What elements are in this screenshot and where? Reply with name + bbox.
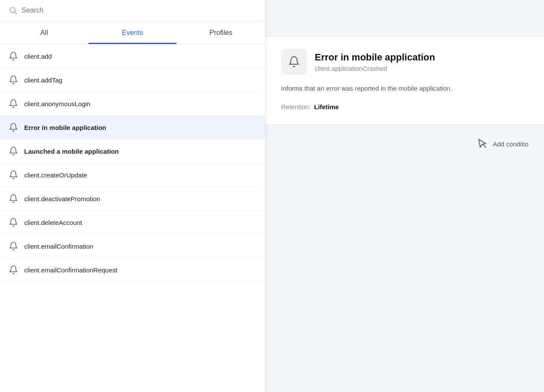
event-detail-card: Error in mobile application client.appli… xyxy=(266,37,544,125)
item-label: Error in mobile application xyxy=(24,124,106,131)
bell-icon xyxy=(9,75,18,85)
bell-icon xyxy=(9,146,18,156)
event-subtitle: client.applicationCrashed xyxy=(315,65,435,72)
add-condition-button[interactable]: Add conditio xyxy=(476,138,528,150)
item-label: Launched a mobile application xyxy=(24,148,119,155)
list-container: client.add client.addTag client.anonymou… xyxy=(0,44,265,392)
bell-icon xyxy=(9,194,18,203)
event-detail-header: Error in mobile application client.appli… xyxy=(281,49,528,75)
item-label: client.createOrUpdate xyxy=(24,171,87,179)
svg-line-2 xyxy=(484,145,486,147)
left-panel: All Events Profiles client.add client.ad… xyxy=(0,0,266,392)
bell-icon xyxy=(9,218,18,227)
event-title: Error in mobile application xyxy=(315,52,435,63)
retention-row: Retention: Lifetime xyxy=(281,103,528,111)
search-icon xyxy=(9,6,17,15)
list-item[interactable]: client.anonymousLogin xyxy=(0,92,265,116)
bell-icon xyxy=(9,170,18,180)
search-input[interactable] xyxy=(22,6,256,14)
right-panel: Error in mobile application client.appli… xyxy=(266,0,544,392)
list-item-selected[interactable]: Error in mobile application xyxy=(0,116,265,139)
list-item[interactable]: client.deleteAccount xyxy=(0,211,265,234)
bell-icon-detail xyxy=(288,56,300,68)
item-label: client.emailConfirmationRequest xyxy=(24,266,117,274)
list-item[interactable]: client.emailConfirmationRequest xyxy=(0,258,265,282)
event-title-block: Error in mobile application client.appli… xyxy=(315,52,435,72)
item-label: client.anonymousLogin xyxy=(24,100,90,107)
item-label: client.deleteAccount xyxy=(24,219,82,226)
list-item[interactable]: client.add xyxy=(0,44,265,68)
list-item[interactable]: client.deactivatePromotion xyxy=(0,187,265,211)
tabs-row: All Events Profiles xyxy=(0,21,265,44)
main-container: All Events Profiles client.add client.ad… xyxy=(0,0,544,392)
svg-line-1 xyxy=(15,12,17,14)
bell-icon xyxy=(9,241,18,251)
add-condition-label: Add conditio xyxy=(493,140,528,148)
event-description: Informs that an error was reported in th… xyxy=(281,83,528,94)
bell-icon xyxy=(9,99,18,108)
list-item[interactable]: client.createOrUpdate xyxy=(0,163,265,187)
right-top-bar xyxy=(266,0,544,37)
retention-label: Retention: xyxy=(281,103,310,111)
item-label: client.deactivatePromotion xyxy=(24,195,100,202)
add-condition-area: Add conditio xyxy=(266,125,544,392)
item-label: client.emailConfirmation xyxy=(24,243,93,250)
tab-events[interactable]: Events xyxy=(89,21,177,44)
search-bar xyxy=(0,0,265,21)
cursor-click-icon xyxy=(476,138,488,150)
bell-icon xyxy=(9,51,18,61)
tab-profiles[interactable]: Profiles xyxy=(177,21,265,44)
item-label: client.addTag xyxy=(24,76,62,84)
retention-value: Lifetime xyxy=(314,103,339,111)
bell-icon xyxy=(9,123,18,132)
bell-icon xyxy=(9,265,18,275)
tab-all[interactable]: All xyxy=(0,21,89,44)
list-item[interactable]: client.emailConfirmation xyxy=(0,234,265,258)
list-item[interactable]: client.addTag xyxy=(0,68,265,92)
list-item[interactable]: Launched a mobile application xyxy=(0,139,265,163)
item-label: client.add xyxy=(24,53,52,60)
event-icon-box xyxy=(281,49,307,75)
